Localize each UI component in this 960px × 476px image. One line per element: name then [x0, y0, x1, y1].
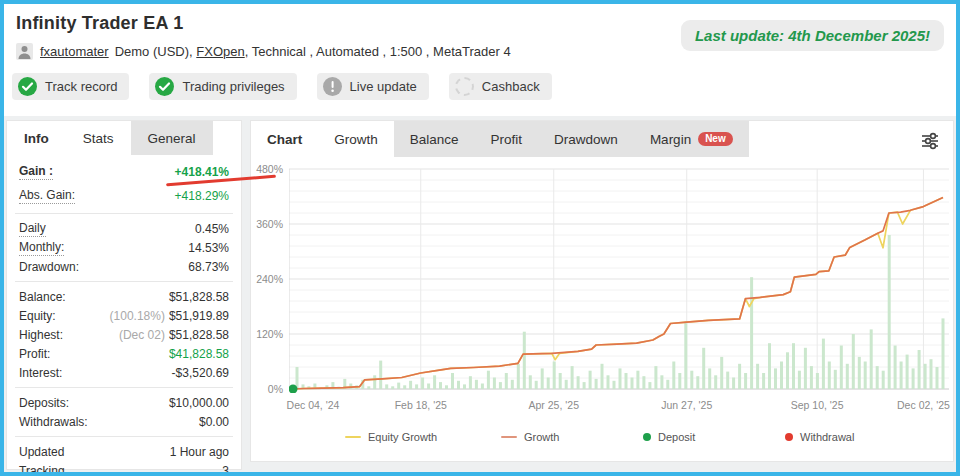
profit-bar: [696, 376, 699, 389]
profit-bar: [672, 362, 675, 390]
profit-bar: [589, 371, 592, 389]
exclamation-circle-icon: [323, 77, 342, 96]
x-tick-label: Feb 18, '25: [395, 399, 447, 411]
chart-tab-balance[interactable]: Balance: [394, 121, 475, 157]
profit-bar: [349, 384, 352, 390]
stat-value: $0.00: [199, 415, 229, 429]
sidebar-tab-stats[interactable]: Stats: [66, 121, 131, 155]
profit-bar: [900, 362, 903, 390]
profit-bar: [505, 373, 508, 389]
profit-bar: [846, 364, 849, 389]
chart-tab-chart[interactable]: Chart: [251, 121, 318, 157]
profit-bar: [379, 361, 382, 389]
legend-item-deposit[interactable]: Deposit: [643, 431, 695, 443]
stat-value: 1 Hour ago: [170, 445, 229, 459]
y-tick-label: 360%: [251, 218, 283, 230]
stat-row-highest: Highest:(Dec 02)$51,828.58: [7, 325, 241, 344]
stat-label: Gain :: [19, 164, 53, 180]
chart-tab-growth[interactable]: Growth: [318, 121, 394, 157]
broker-link[interactable]: FXOpen: [196, 44, 244, 59]
profit-bar: [918, 350, 921, 389]
growth-chart[interactable]: [289, 167, 949, 393]
profit-bar: [930, 359, 933, 389]
status-badge-trading-privileges[interactable]: Trading privileges: [149, 73, 296, 100]
profit-bar: [445, 385, 448, 389]
status-badge-live-update[interactable]: Live update: [317, 73, 429, 100]
series-equity-growth: [291, 197, 943, 389]
stat-label: Tracking: [19, 464, 65, 476]
stat-row-balance: Balance:$51,828.58: [7, 287, 241, 306]
stat-label: Equity:: [19, 309, 56, 323]
profit-bar: [415, 384, 418, 389]
profit-bar: [385, 384, 388, 389]
stat-value: 0.45%: [195, 222, 229, 236]
stat-label: Highest:: [19, 328, 63, 342]
check-circle-icon: [155, 77, 174, 96]
legend-item-withdrawal[interactable]: Withdrawal: [785, 431, 854, 443]
profit-bar: [912, 368, 915, 389]
chart-tab-label: Drawdown: [554, 132, 618, 147]
profit-bar: [660, 375, 663, 389]
profit-bar: [744, 373, 747, 389]
profit-bar: [942, 318, 945, 389]
profit-bar: [876, 366, 879, 389]
stat-value: 68.73%: [188, 260, 229, 274]
stat-label: Updated: [19, 445, 64, 459]
profit-bar: [439, 382, 442, 389]
x-tick-label: Dec 04, '24: [287, 399, 340, 411]
stat-label: Deposits:: [19, 396, 69, 410]
chart-settings-icon[interactable]: [919, 130, 941, 152]
badge-label: Trading privileges: [182, 79, 284, 94]
chart-tab-label: Profit: [491, 132, 523, 147]
user-link[interactable]: fxautomater: [40, 44, 109, 59]
stat-row-interest: Interest:-$3,520.69: [7, 363, 241, 382]
profit-bar: [792, 343, 795, 389]
stat-label: Profit:: [19, 347, 50, 361]
group-divider: [15, 281, 233, 282]
profit-bar: [888, 235, 891, 389]
chart-tab-drawdown[interactable]: Drawdown: [538, 121, 634, 157]
profit-bar: [529, 375, 532, 389]
profit-bar: [834, 370, 837, 389]
profit-bar: [373, 375, 376, 389]
profit-bar: [894, 346, 897, 390]
legend-item-growth[interactable]: Growth: [501, 431, 559, 443]
stat-label: Abs. Gain:: [19, 188, 75, 204]
chart-tab-profit[interactable]: Profit: [475, 121, 539, 157]
profit-bar: [732, 378, 735, 390]
stat-label: Drawdown:: [19, 260, 79, 274]
stat-row-withdrawals: Withdrawals:$0.00: [7, 412, 241, 431]
status-badge-track-record[interactable]: Track record: [12, 73, 129, 100]
group-divider: [15, 213, 233, 214]
profit-bar: [367, 386, 370, 389]
stat-row-absgain: Abs. Gain:+418.29%: [7, 184, 241, 208]
series-growth: [291, 197, 943, 389]
profit-bar: [391, 386, 394, 389]
profit-bar: [631, 378, 634, 390]
status-badge-cashback[interactable]: Cashback: [449, 73, 552, 100]
sidebar-tab-general[interactable]: General: [131, 121, 213, 155]
x-tick-label: Apr 25, '25: [529, 399, 579, 411]
profit-bar: [714, 375, 717, 389]
profit-bar: [559, 373, 562, 389]
profit-bar: [702, 348, 705, 389]
sidebar-tab-info[interactable]: Info: [7, 121, 66, 155]
profit-bar: [804, 348, 807, 389]
legend-label: Deposit: [658, 431, 695, 443]
chart-tab-label: Chart: [267, 132, 302, 147]
sidebar-tabs: InfoStatsGeneral: [7, 121, 241, 155]
stat-label: Monthly:: [19, 240, 64, 256]
profit-bar: [636, 371, 639, 389]
profit-bar: [822, 339, 825, 389]
chart-tab-margin[interactable]: MarginNew: [634, 121, 749, 157]
profit-bar: [750, 277, 753, 389]
y-tick-label: 240%: [251, 273, 283, 285]
stat-row-daily: Daily0.45%: [7, 219, 241, 238]
profit-bar: [613, 381, 616, 389]
stat-value-prefix: (100.18%): [110, 309, 165, 323]
profit-bar: [547, 378, 550, 390]
profit-bar: [828, 362, 831, 390]
legend-item-equity-growth[interactable]: Equity Growth: [345, 431, 437, 443]
stat-row-monthly: Monthly:14.53%: [7, 238, 241, 257]
profit-bar: [469, 376, 472, 389]
